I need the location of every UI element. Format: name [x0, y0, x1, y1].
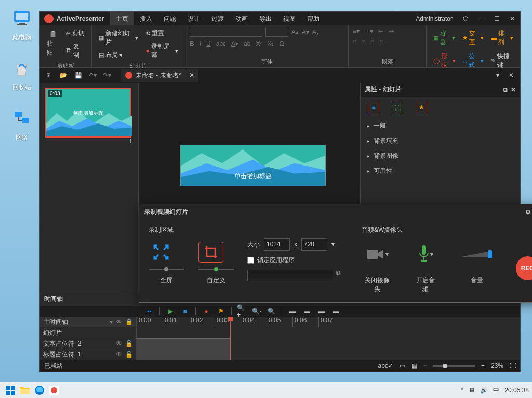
rec-size-dropdown[interactable]: ▾: [331, 241, 335, 248]
menu-export[interactable]: 导出: [254, 12, 277, 26]
slide-canvas[interactable]: 单击增加标题: [180, 145, 326, 186]
tl-snap-button[interactable]: ▪▪: [144, 306, 154, 317]
prop-tab-general-icon[interactable]: ≡: [368, 102, 379, 113]
tl-zoomin-button[interactable]: 🔍+: [237, 306, 247, 317]
tray-network-icon[interactable]: 🖥: [469, 387, 475, 394]
highlight-button[interactable]: ab: [244, 40, 250, 47]
tray-time[interactable]: 20:05:38: [504, 387, 529, 394]
new-file-button[interactable]: 🗎: [43, 70, 55, 81]
panel-close-button[interactable]: ✕: [506, 70, 517, 81]
panel-pin-icon[interactable]: ⧉: [503, 86, 508, 93]
prop-section-general[interactable]: 一般: [361, 118, 520, 133]
timeline-playhead[interactable]: [230, 317, 231, 360]
rec-mode-custom[interactable]: 自定义: [198, 242, 234, 285]
slide-thumbnail[interactable]: 0:03 单击增加标题: [45, 88, 131, 138]
tl-marker-button[interactable]: ●: [201, 306, 211, 317]
cut-button[interactable]: ✂剪切: [63, 28, 87, 39]
view-normal-button[interactable]: ▭: [400, 362, 405, 369]
tab-close-button[interactable]: ✕: [189, 72, 194, 79]
edge-icon[interactable]: [32, 383, 47, 397]
timeline-track[interactable]: 标题占位符_1👁🔓: [40, 349, 136, 360]
activepresenter-taskbar-icon[interactable]: [47, 383, 61, 397]
unlock-icon[interactable]: 🔓: [125, 340, 133, 347]
eye-icon[interactable]: 👁: [116, 340, 122, 347]
tl-play-button[interactable]: ▶: [165, 306, 176, 317]
tl-group3-button[interactable]: ▬: [316, 306, 327, 317]
tl-zoomfit-button[interactable]: 🔍: [266, 306, 276, 317]
container-button[interactable]: ▦容器▾: [431, 28, 458, 48]
tl-stop-button[interactable]: ■: [180, 306, 190, 317]
close-button[interactable]: ✕: [504, 12, 520, 25]
layout-button[interactable]: ▤布局▾: [96, 49, 141, 61]
indent-button[interactable]: ⇥: [389, 28, 394, 35]
tl-flag-button[interactable]: ⚑: [216, 306, 226, 317]
reset-button[interactable]: ⟲重置: [143, 28, 181, 39]
view-slides-button[interactable]: ▦: [411, 362, 417, 369]
menu-help[interactable]: 帮助: [301, 12, 325, 26]
align-left-button[interactable]: ≡: [353, 38, 356, 45]
undo-button[interactable]: ↶▾: [87, 70, 98, 81]
rec-app-select[interactable]: [247, 270, 333, 281]
prop-section-bgfill[interactable]: 背景填充: [361, 133, 520, 148]
align-right-button[interactable]: ≡: [370, 38, 374, 45]
zoom-out-button[interactable]: −: [423, 362, 427, 369]
underline-button[interactable]: U: [206, 40, 211, 47]
gear-icon[interactable]: ⚙: [525, 209, 531, 216]
omega-button[interactable]: Ω: [279, 40, 284, 47]
help-icon[interactable]: ⬡: [458, 12, 473, 25]
open-file-button[interactable]: 📂: [58, 70, 69, 81]
align-button[interactable]: ▬排列▾: [488, 28, 516, 48]
align-justify-button[interactable]: ≡: [379, 38, 383, 45]
rec-volume[interactable]: 音量: [459, 242, 495, 285]
rec-audio[interactable]: ▾ 开启音频: [413, 242, 437, 294]
font-family-select[interactable]: [190, 28, 262, 37]
tl-group1-button[interactable]: ▬: [287, 306, 298, 317]
document-tab[interactable]: 未命名 - 未命名* ✕: [121, 69, 198, 82]
interact-button[interactable]: ★交互▾: [460, 28, 487, 48]
unlock-icon[interactable]: 🔓: [125, 351, 133, 358]
menu-design[interactable]: 设计: [182, 12, 206, 26]
tray-volume-icon[interactable]: 🔊: [480, 387, 488, 394]
spellcheck-icon[interactable]: abc✓: [378, 362, 393, 369]
prop-tab-star-icon[interactable]: ★: [416, 102, 427, 113]
tl-zoomout-button[interactable]: 🔍-: [251, 306, 262, 317]
menu-view[interactable]: 视图: [277, 12, 301, 26]
timeline-main-track[interactable]: 主时间轴▾👁🔒: [40, 317, 136, 327]
numbering-button[interactable]: ≣▾: [365, 28, 373, 35]
tray-ime[interactable]: 中: [493, 386, 499, 395]
outdent-button[interactable]: ⇤: [378, 28, 383, 35]
eye-icon[interactable]: 👁: [116, 318, 122, 325]
menu-home[interactable]: 主页: [110, 12, 134, 26]
rec-lock-checkbox[interactable]: [247, 257, 254, 264]
timeline-track[interactable]: 幻灯片: [40, 327, 136, 338]
new-slide-button[interactable]: ▦新建幻灯片▾: [96, 28, 141, 48]
zoom-value[interactable]: 23%: [491, 362, 503, 369]
subscript-button[interactable]: X₂: [267, 40, 274, 47]
align-center-button[interactable]: ≡: [362, 38, 365, 45]
rec-lock-app[interactable]: 锁定应用程序: [247, 256, 351, 265]
record-screen-button[interactable]: ●录制屏幕▾: [143, 40, 181, 61]
timeline-area[interactable]: 0:000:010:020:030:040:050:060:07: [137, 317, 520, 360]
save-button[interactable]: 💾: [72, 70, 84, 81]
clear-format-button[interactable]: Aᵪ: [312, 29, 318, 36]
desktop-icon-recycle[interactable]: 回收站: [6, 56, 37, 92]
start-button[interactable]: [3, 383, 18, 397]
redo-button[interactable]: ↷▾: [101, 70, 113, 81]
font-increase-button[interactable]: A▴: [291, 29, 299, 36]
prop-section-bgimage[interactable]: 背景图像: [361, 148, 520, 163]
copy-button[interactable]: ⿻复制: [63, 40, 87, 61]
zoom-in-button[interactable]: +: [481, 362, 485, 369]
maximize-button[interactable]: ☐: [489, 12, 504, 25]
rec-width-input[interactable]: [264, 238, 290, 251]
zoom-fit-button[interactable]: ⛶: [510, 362, 516, 369]
rec-camera[interactable]: ▾ 关闭摄像头: [362, 242, 392, 294]
desktop-icon-network[interactable]: 网络: [6, 106, 37, 142]
tl-group2-button[interactable]: ▬: [302, 306, 312, 317]
panel-menu-button[interactable]: ▾: [492, 70, 503, 81]
paste-button[interactable]: 粘贴: [44, 28, 61, 60]
canvas-title-placeholder[interactable]: 单击增加标题: [181, 172, 325, 181]
chevron-down-icon[interactable]: ▾: [110, 318, 113, 325]
tray-chevron-icon[interactable]: ^: [461, 387, 464, 394]
rec-height-input[interactable]: [301, 238, 327, 251]
panel-close-icon[interactable]: ✕: [511, 86, 516, 93]
